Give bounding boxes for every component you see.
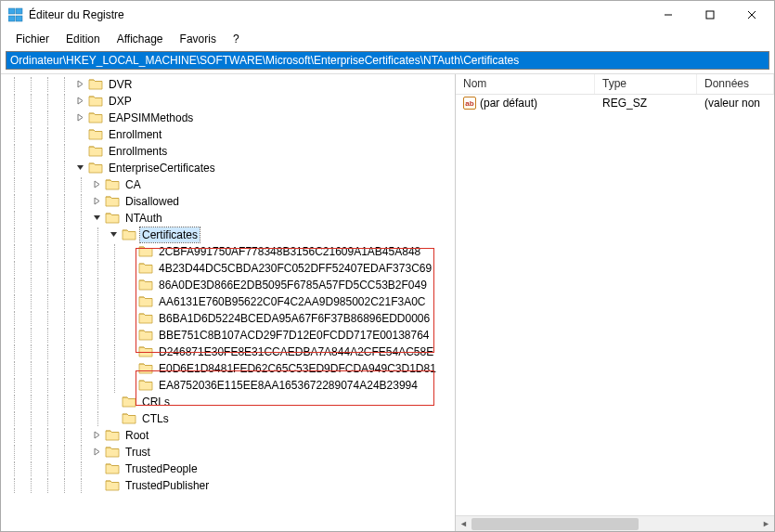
- tree-item[interactable]: Enrollment: [1, 126, 455, 143]
- tree-item[interactable]: AA6131E760B95622C0F4C2AA9D985002C21F3A0C: [1, 293, 455, 310]
- tree-item[interactable]: CRLs: [1, 394, 455, 410]
- svg-rect-3: [16, 16, 22, 21]
- tree-item-label: Certificates: [140, 227, 200, 242]
- folder-icon: [122, 396, 136, 409]
- tree-item[interactable]: Certificates: [1, 227, 455, 243]
- tree-item-label: CRLs: [140, 395, 172, 409]
- scroll-right-icon[interactable]: ►: [758, 516, 774, 532]
- folder-icon: [138, 362, 153, 375]
- menu-help[interactable]: ?: [226, 31, 247, 47]
- expander-icon[interactable]: [73, 113, 86, 123]
- tree-item[interactable]: Disallowed: [1, 193, 455, 210]
- expander-icon[interactable]: [90, 448, 103, 458]
- tree-item-label: DVR: [107, 77, 134, 92]
- svg-rect-2: [8, 16, 15, 21]
- column-name-header[interactable]: Nom: [456, 74, 595, 94]
- folder-icon: [138, 262, 153, 275]
- tree-item-label: DXP: [107, 94, 134, 109]
- scroll-left-icon[interactable]: ◄: [456, 516, 471, 532]
- tree-item[interactable]: TrustedPublisher: [1, 477, 455, 494]
- folder-icon: [138, 329, 153, 342]
- values-header: Nom Type Données: [456, 74, 774, 95]
- tree-item-label: CA: [123, 177, 143, 192]
- tree-item-label: CTLs: [140, 411, 171, 426]
- folder-icon: [105, 212, 120, 225]
- svg-rect-1: [16, 8, 22, 14]
- values-list[interactable]: ab (par défaut) REG_SZ (valeur non: [456, 95, 774, 515]
- expander-icon[interactable]: [73, 80, 86, 90]
- tree-item[interactable]: E0D6E1D8481FED62C65C53ED9DFCDA949C3D1D81: [1, 360, 455, 377]
- tree-item[interactable]: B6BA1D6D5224BCEDA95A67F6F37B86896EDD0006: [1, 310, 455, 327]
- tree-item-label: Enrollments: [107, 144, 169, 159]
- menu-edit[interactable]: Edition: [58, 31, 108, 47]
- title-bar: Éditeur du Registre: [1, 1, 774, 29]
- folder-icon: [88, 111, 103, 124]
- tree-item-label: AA6131E760B95622C0F4C2AA9D985002C21F3A0C: [157, 294, 428, 309]
- tree-item[interactable]: CTLs: [1, 410, 455, 427]
- minimize-button[interactable]: [647, 2, 689, 28]
- tree-item[interactable]: EAPSIMMethods: [1, 110, 455, 126]
- tree-item[interactable]: BBE751C8B107ACD29F7D12E0FCDD717E00138764: [1, 327, 455, 344]
- expander-icon[interactable]: [90, 431, 103, 441]
- menu-file[interactable]: Fichier: [8, 31, 57, 47]
- tree-item-label: EAPSIMMethods: [107, 110, 195, 125]
- tree-item[interactable]: EnterpriseCertificates: [1, 160, 455, 176]
- tree-item[interactable]: D246871E30FE8E31CCAEDBA7A844A2CFE54AC58E: [1, 344, 455, 360]
- tree-item-label: TrustedPublisher: [123, 478, 211, 493]
- folder-icon: [138, 312, 153, 325]
- tree-item[interactable]: EA8752036E115EE8AA1653672289074A24B23994: [1, 377, 455, 394]
- tree-item[interactable]: TrustedPeople: [1, 461, 455, 477]
- tree-item-label: D246871E30FE8E31CCAEDBA7A844A2CFE54AC58E: [157, 344, 435, 359]
- tree-item[interactable]: Enrollments: [1, 143, 455, 160]
- expander-icon[interactable]: [90, 180, 103, 190]
- column-data-header[interactable]: Données: [697, 74, 774, 94]
- tree-item[interactable]: 86A0DE3D866E2DB5095F6785A57FD5CC53B2F049: [1, 277, 455, 293]
- tree-item[interactable]: DVR: [1, 76, 455, 93]
- expander-icon[interactable]: [90, 214, 103, 224]
- expander-icon[interactable]: [107, 230, 120, 240]
- scroll-thumb[interactable]: [471, 518, 639, 530]
- expander-icon[interactable]: [90, 197, 103, 207]
- tree-item[interactable]: DXP: [1, 93, 455, 110]
- tree-item-label: NTAuth: [123, 211, 164, 226]
- folder-icon: [88, 128, 103, 141]
- menu-view[interactable]: Affichage: [110, 31, 171, 47]
- maximize-button[interactable]: [689, 2, 730, 28]
- folder-icon: [122, 228, 136, 241]
- tree-item[interactable]: 2CBFA991750AF778348B3156C21609A1AB45A848: [1, 243, 455, 260]
- tree-item[interactable]: Trust: [1, 444, 455, 461]
- folder-icon: [105, 195, 120, 208]
- folder-icon: [105, 429, 120, 442]
- content-area: DVRDXPEAPSIMMethodsEnrollmentEnrollments…: [1, 73, 774, 531]
- tree-item[interactable]: 4B23D44DC5CBDA230FC052DFF52407EDAF373C69: [1, 260, 455, 277]
- tree-item[interactable]: Root: [1, 427, 455, 444]
- tree-item[interactable]: CA: [1, 176, 455, 193]
- tree-item-label: Root: [123, 428, 150, 443]
- menu-bar: Fichier Edition Affichage Favoris ?: [1, 29, 774, 49]
- folder-icon: [122, 412, 136, 425]
- tree-pane[interactable]: DVRDXPEAPSIMMethodsEnrollmentEnrollments…: [1, 74, 456, 531]
- svg-rect-5: [706, 11, 714, 19]
- list-item[interactable]: ab (par défaut) REG_SZ (valeur non: [456, 95, 774, 111]
- scroll-track[interactable]: [471, 516, 758, 531]
- expander-icon[interactable]: [73, 97, 86, 107]
- close-button[interactable]: [730, 2, 772, 28]
- address-bar: [1, 49, 774, 73]
- folder-icon: [88, 145, 103, 158]
- folder-icon: [105, 479, 120, 492]
- string-value-icon: ab: [463, 97, 476, 110]
- tree-item-label: 4B23D44DC5CBDA230FC052DFF52407EDAF373C69: [157, 261, 433, 276]
- folder-icon: [138, 245, 153, 258]
- tree-item[interactable]: NTAuth: [1, 210, 455, 227]
- menu-favorites[interactable]: Favoris: [173, 31, 224, 47]
- tree-item-label: Enrollment: [107, 127, 163, 142]
- registry-tree: DVRDXPEAPSIMMethodsEnrollmentEnrollments…: [1, 74, 455, 500]
- tree-item-label: E0D6E1D8481FED62C65C53ED9DFCDA949C3D1D81: [157, 361, 438, 376]
- tree-item-label: B6BA1D6D5224BCEDA95A67F6F37B86896EDD0006: [157, 311, 432, 326]
- folder-icon: [88, 78, 103, 91]
- expander-icon[interactable]: [73, 163, 86, 174]
- column-type-header[interactable]: Type: [595, 74, 697, 94]
- address-input[interactable]: [6, 51, 769, 70]
- tree-item-label: TrustedPeople: [123, 461, 200, 476]
- horizontal-scrollbar[interactable]: ◄ ►: [456, 515, 774, 531]
